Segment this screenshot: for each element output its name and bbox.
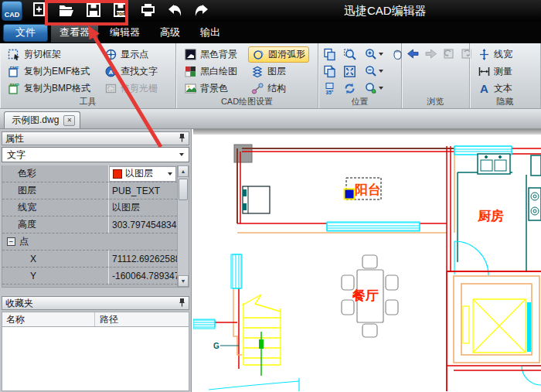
- room-label-dining: 餐厅: [352, 288, 379, 303]
- document-tab[interactable]: 示例图.dwg ✕: [4, 111, 80, 128]
- redo-button[interactable]: [192, 1, 212, 21]
- document-tab-bar: 示例图.dwg ✕: [0, 109, 541, 129]
- zoom-out-dropdown-caret[interactable]: [379, 70, 383, 73]
- tab-editor[interactable]: 编辑器: [101, 22, 148, 43]
- zoom-selected-icon: [365, 82, 378, 95]
- save-button[interactable]: [83, 1, 104, 21]
- view-previous-page-button[interactable]: [442, 47, 455, 60]
- text-button[interactable]: A 文本: [475, 81, 515, 96]
- bed: [243, 186, 270, 213]
- kitchen-door-arc: [454, 241, 488, 275]
- favorites-column-name[interactable]: 名称: [2, 312, 95, 326]
- zoom-selected-button[interactable]: [365, 82, 391, 95]
- properties-panel-title: 属性: [5, 132, 24, 145]
- zoom-window-button[interactable]: [343, 48, 365, 61]
- file-menu-button[interactable]: 文件: [3, 24, 48, 42]
- layers-icon: [251, 65, 264, 78]
- copy-bmp-label: 复制为BMP格式: [24, 82, 90, 95]
- measure-button[interactable]: 测量: [475, 64, 515, 79]
- save-as-pdf-button[interactable]: PDF: [111, 1, 131, 21]
- bottom-left-door-arc: [209, 381, 299, 390]
- svg-text:G: G: [213, 342, 219, 350]
- zoom-window-icon: [343, 48, 356, 61]
- smooth-arc-button[interactable]: 圆滑弧形: [248, 46, 309, 63]
- cut-frame-button[interactable]: 剪切框架: [5, 47, 94, 62]
- property-row-x: X 71112.692625888: [2, 251, 189, 268]
- print-button[interactable]: [138, 1, 158, 21]
- pin-icon[interactable]: [179, 133, 185, 145]
- display-points-button[interactable]: 显示点: [101, 47, 161, 62]
- line-width-label: 线宽: [494, 48, 512, 61]
- find-a-glyph: A: [109, 68, 114, 75]
- open-folder-icon: [58, 2, 75, 20]
- selected-text-entity[interactable]: 阳台: [345, 178, 382, 199]
- rotate-badge: 35°: [326, 89, 334, 94]
- view-forward-button[interactable]: [424, 47, 437, 60]
- undo-button[interactable]: [165, 1, 185, 21]
- line-width-button[interactable]: 线宽: [475, 47, 515, 62]
- find-text-label: 查找文字: [121, 65, 158, 78]
- save-icon: [86, 2, 101, 20]
- floor-plan-drawing: G: [193, 129, 541, 392]
- layers-button[interactable]: 图层: [248, 64, 309, 79]
- trim-raster-label: 修剪光栅: [121, 82, 158, 95]
- open-button[interactable]: [56, 1, 77, 21]
- new-document-icon: [32, 2, 47, 20]
- copy-view-button[interactable]: [323, 48, 343, 61]
- color-dropdown[interactable]: 以图层: [109, 166, 176, 182]
- tab-advanced[interactable]: 高级: [151, 22, 189, 43]
- tab-viewer[interactable]: 查看器: [51, 22, 98, 43]
- scroll-up-button[interactable]: ▲: [178, 165, 189, 177]
- group-label-browse: 浏览: [402, 96, 469, 107]
- chevron-down-icon: [179, 153, 184, 156]
- zoom-selected-dropdown-caret[interactable]: [379, 87, 383, 90]
- undo-icon: [167, 3, 182, 19]
- find-text-button[interactable]: A 查找文字: [101, 64, 161, 79]
- black-background-button[interactable]: 黑色背景: [181, 47, 240, 62]
- collapse-icon[interactable]: −: [7, 237, 15, 246]
- new-document-button[interactable]: [29, 1, 49, 21]
- document-tab-label: 示例图.dwg: [12, 114, 59, 127]
- pdf-badge: PDF: [117, 12, 126, 16]
- scroll-down-button[interactable]: ▼: [178, 275, 189, 287]
- group-label-position: 位置: [318, 96, 401, 107]
- scrollbar-thumb[interactable]: [179, 179, 188, 200]
- cut-frame-label: 剪切框架: [24, 48, 61, 61]
- favorites-column-path[interactable]: 路径: [95, 313, 118, 326]
- zoom-in-button[interactable]: [365, 48, 391, 61]
- property-label: 高度: [2, 216, 109, 233]
- paste-view-button[interactable]: [323, 65, 343, 78]
- copy-emf-button[interactable]: EMF 复制为EMF格式: [5, 64, 94, 79]
- ribbon-group-tools: 剪切框架 显示点 EMF 复制为EMF格式 A 查找文字 BMP 复制为BMP格…: [0, 43, 176, 108]
- smooth-arc-label: 圆滑弧形: [268, 48, 305, 61]
- copy-view-icon: [323, 48, 336, 61]
- view-back-button[interactable]: [407, 47, 420, 60]
- favorites-list[interactable]: [2, 327, 189, 391]
- trim-raster-button[interactable]: 修剪光栅: [101, 81, 161, 96]
- copy-bmp-button[interactable]: BMP 复制为BMP格式: [5, 81, 94, 96]
- background-color-button[interactable]: 背景色: [181, 81, 240, 96]
- zoom-out-button[interactable]: [365, 65, 391, 78]
- text-a-icon: A: [478, 82, 491, 95]
- property-grid-scrollbar[interactable]: ▲ ▼: [177, 165, 189, 287]
- zoom-extents-button[interactable]: [343, 65, 365, 78]
- refresh-view-button[interactable]: [343, 82, 365, 95]
- application-window: CAD PDF 迅捷CAD编辑器 文件 查看器 编辑器 高级 输出: [0, 0, 541, 392]
- redo-icon: [194, 3, 209, 19]
- entity-type-dropdown[interactable]: 文字: [2, 147, 189, 162]
- zoom-in-icon: [365, 48, 378, 61]
- favorites-panel-header: 收藏夹: [2, 296, 189, 310]
- property-grid: 色彩 以图层 图层 PUB_TEXT 线宽 以图层 高度: [2, 165, 189, 288]
- bw-drawing-button[interactable]: 黑白绘图: [181, 64, 240, 79]
- structure-button[interactable]: 结构: [248, 81, 309, 96]
- property-label: Y: [2, 268, 109, 284]
- drawing-canvas[interactable]: G: [192, 129, 541, 392]
- grip-handle[interactable]: [345, 189, 355, 199]
- section-label: 点: [19, 235, 29, 248]
- document-tab-close-button[interactable]: ✕: [63, 115, 75, 126]
- tab-output[interactable]: 输出: [192, 22, 229, 43]
- zoom-in-dropdown-caret[interactable]: [379, 53, 383, 56]
- app-logo[interactable]: CAD: [2, 1, 22, 21]
- rotate-view-button[interactable]: 35°: [323, 82, 343, 95]
- pin-icon[interactable]: [179, 298, 185, 309]
